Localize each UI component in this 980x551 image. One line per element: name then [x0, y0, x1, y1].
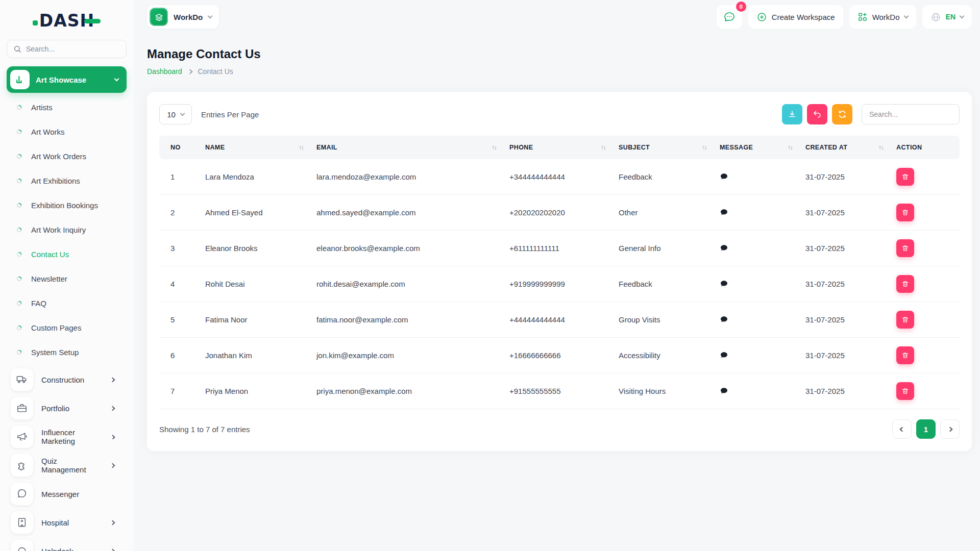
column-header-created-at[interactable]: CREATED AT [799, 136, 890, 159]
sidebar-module-construction[interactable]: Construction [7, 365, 127, 394]
sort-icon [601, 145, 606, 151]
bullet-icon [16, 178, 22, 184]
delete-button[interactable] [896, 311, 914, 329]
view-message-icon[interactable] [720, 387, 728, 395]
column-header-email[interactable]: EMAIL [310, 136, 503, 159]
bullet-icon [16, 276, 22, 282]
column-header-no[interactable]: NO [159, 136, 199, 159]
pagination-prev-button[interactable] [892, 419, 912, 439]
sidebar-item-artists[interactable]: Artists [16, 95, 127, 119]
breadcrumb: Dashboard Contact Us [147, 67, 972, 76]
breadcrumb-current: Contact Us [198, 67, 233, 76]
chevron-right-icon [110, 434, 115, 439]
sidebar-module-quiz-management[interactable]: Quiz Management [7, 451, 127, 480]
sidebar-module-helpdesk[interactable]: Helpdesk [7, 537, 127, 551]
sidebar-item-custom-pages[interactable]: Custom Pages [16, 315, 127, 340]
back-button[interactable] [807, 104, 827, 124]
pagination-page-1-button[interactable]: 1 [916, 419, 936, 439]
sidebar-item-exhibition-bookings[interactable]: Exhibition Bookings [16, 193, 127, 217]
search-icon [13, 45, 21, 53]
sidebar-item-art-works[interactable]: Art Works [16, 119, 127, 144]
sidebar-module-influencer-marketing[interactable]: Influencer Marketing [7, 422, 127, 451]
chat-icon [11, 483, 33, 505]
view-message-icon[interactable] [720, 351, 728, 360]
cell-name: Jonathan Kim [199, 338, 310, 373]
view-message-icon[interactable] [720, 244, 728, 253]
create-workspace-button[interactable]: Create Workspace [748, 5, 843, 29]
view-message-icon[interactable] [720, 315, 728, 324]
cell-no: 1 [159, 159, 199, 195]
sidebar-group-label: Art Showcase [36, 76, 86, 84]
topbar-actions: 0 Create Workspace WorkDo [717, 5, 972, 29]
column-header-message[interactable]: MESSAGE [714, 136, 799, 159]
sidebar-module-label: Messenger [41, 490, 79, 498]
brand-logo[interactable]: DASH [7, 7, 127, 34]
cell-created-at: 31-07-2025 [799, 195, 890, 231]
chevron-right-icon [110, 548, 115, 551]
bullet-icon [16, 300, 22, 306]
view-message-icon[interactable] [720, 208, 728, 217]
view-message-icon[interactable] [720, 172, 728, 181]
workspace-switcher[interactable]: WorkDo [147, 5, 219, 29]
cell-name: Fatima Noor [199, 302, 310, 338]
export-button[interactable] [782, 104, 802, 124]
language-selector[interactable]: EN [922, 5, 972, 29]
chevron-down-icon [960, 13, 965, 18]
sidebar-item-label: Art Exhibitions [31, 177, 80, 185]
cell-no: 5 [159, 302, 199, 338]
cell-created-at: 31-07-2025 [799, 159, 890, 195]
cell-no: 3 [159, 231, 199, 266]
column-header-name[interactable]: NAME [199, 136, 310, 159]
view-message-icon[interactable] [720, 280, 728, 288]
sidebar-item-label: Custom Pages [31, 323, 81, 332]
sidebar-module-messenger[interactable]: Messenger [7, 480, 127, 508]
table-search-input[interactable] [862, 104, 960, 124]
sort-icon [299, 145, 304, 151]
sidebar-item-label: System Setup [31, 348, 79, 357]
sidebar-item-label: Contact Us [31, 250, 69, 259]
sidebar-item-contact-us[interactable]: Contact Us [16, 242, 127, 266]
sort-icon [492, 145, 497, 151]
sidebar-item-label: Newsletter [31, 274, 67, 283]
cell-email: priya.menon@example.com [310, 373, 503, 409]
delete-button[interactable] [896, 346, 914, 364]
delete-button[interactable] [896, 382, 914, 400]
sidebar-item-system-setup[interactable]: System Setup [16, 340, 127, 364]
cell-subject: Feedback [612, 159, 714, 195]
sidebar-item-art-work-orders[interactable]: Art Work Orders [16, 144, 127, 168]
sidebar-item-faq[interactable]: FAQ [16, 291, 127, 315]
chevron-right-icon [110, 520, 115, 525]
delete-button[interactable] [896, 239, 914, 257]
sidebar-item-label: FAQ [31, 299, 46, 308]
sidebar-module-hospital[interactable]: Hospital [7, 508, 127, 537]
column-header-subject[interactable]: SUBJECT [612, 136, 714, 159]
download-icon [788, 110, 797, 119]
sidebar-module-label: Quiz Management [41, 457, 103, 474]
delete-button[interactable] [896, 275, 914, 293]
sidebar-group-art-showcase[interactable]: Art Showcase [7, 66, 127, 93]
sidebar-item-art-work-inquiry[interactable]: Art Work Inquiry [16, 217, 127, 242]
sidebar-search-input[interactable] [26, 45, 120, 53]
refresh-button[interactable] [832, 104, 852, 124]
workspace-icon [150, 8, 168, 26]
sidebar-submenu: Artists Art Works Art Work Orders Art Ex… [7, 95, 127, 364]
pagination-next-button[interactable] [940, 419, 960, 439]
column-header-phone[interactable]: PHONE [503, 136, 612, 159]
table-row: 6 Jonathan Kim jon.kim@example.com +1666… [159, 338, 960, 373]
breadcrumb-dashboard-link[interactable]: Dashboard [147, 67, 182, 76]
delete-button[interactable] [896, 204, 914, 221]
refresh-icon [838, 110, 847, 119]
chevron-left-icon [899, 427, 904, 432]
language-label: EN [946, 13, 955, 21]
cell-subject: General Info [612, 231, 714, 266]
sidebar-module-portfolio[interactable]: Portfolio [7, 394, 127, 422]
main-content: WorkDo 0 Create Workspace [134, 0, 980, 551]
delete-button[interactable] [896, 168, 914, 186]
messages-button[interactable]: 0 [717, 5, 742, 29]
apps-menu-button[interactable]: WorkDo [849, 5, 916, 29]
sidebar-item-newsletter[interactable]: Newsletter [16, 266, 127, 291]
chevron-right-icon [110, 463, 115, 468]
megaphone-icon [11, 425, 33, 448]
entries-per-page-select[interactable]: 10 [159, 104, 192, 124]
sidebar-item-art-exhibitions[interactable]: Art Exhibitions [16, 168, 127, 193]
